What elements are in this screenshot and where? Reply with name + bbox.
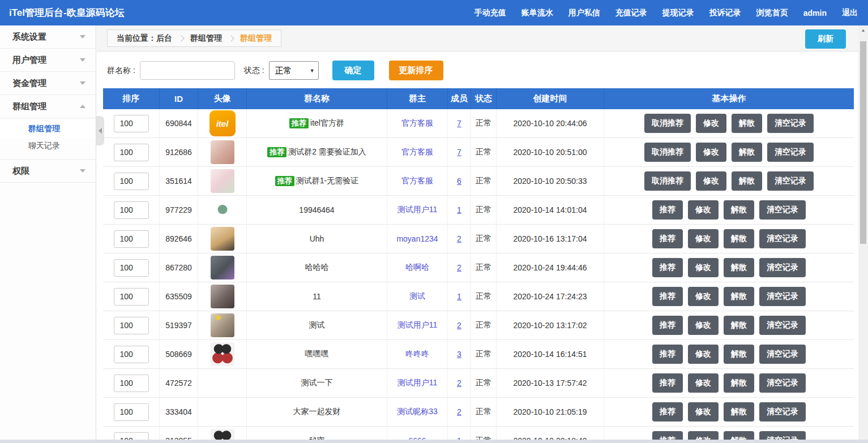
members-link[interactable]: 7 xyxy=(457,148,461,157)
recommend-button[interactable]: 推荐 xyxy=(652,229,683,248)
nav-logout[interactable]: 退出 xyxy=(842,8,858,18)
dissolve-button[interactable]: 解散 xyxy=(732,171,762,191)
dissolve-button[interactable]: 解散 xyxy=(724,373,754,393)
edit-button[interactable]: 修改 xyxy=(688,402,719,422)
horizontal-scrollbar[interactable] xyxy=(0,440,868,443)
recommend-button[interactable]: 推荐 xyxy=(652,258,683,277)
dissolve-button[interactable]: 解散 xyxy=(732,143,762,162)
clear-records-button[interactable]: 清空记录 xyxy=(759,200,806,220)
sidebar-collapse-handle[interactable] xyxy=(96,116,104,145)
sort-input[interactable] xyxy=(114,375,149,392)
dissolve-button[interactable]: 解散 xyxy=(732,114,762,133)
sort-input[interactable] xyxy=(114,173,149,190)
refresh-button[interactable]: 刷新 xyxy=(805,29,846,49)
edit-button[interactable]: 修改 xyxy=(688,258,719,277)
scrollbar-thumb[interactable] xyxy=(860,41,866,244)
nav-complaint-record[interactable]: 投诉记录 xyxy=(709,8,741,18)
sidebar-subitem-group-management[interactable]: 群组管理 xyxy=(0,121,96,137)
members-link[interactable]: 2 xyxy=(457,263,461,272)
group-name-input[interactable] xyxy=(140,61,235,80)
dissolve-button[interactable]: 解散 xyxy=(724,345,754,364)
sidebar-item-system-settings[interactable]: 系统设置 xyxy=(0,25,96,49)
breadcrumb-item[interactable]: 群组管理 xyxy=(190,33,222,44)
edit-button[interactable]: 修改 xyxy=(688,373,719,393)
clear-records-button[interactable]: 清空记录 xyxy=(759,258,806,277)
members-link[interactable]: 6 xyxy=(457,177,461,186)
members-link[interactable]: 2 xyxy=(457,321,461,330)
members-link[interactable]: 1 xyxy=(457,292,461,301)
sidebar-subitem-chat-records[interactable]: 聊天记录 xyxy=(0,137,96,154)
scroll-up-icon[interactable]: ▲ xyxy=(858,25,868,35)
members-link[interactable]: 1 xyxy=(457,205,461,214)
recommend-button[interactable]: 推荐 xyxy=(652,345,683,364)
update-order-button[interactable]: 更新排序 xyxy=(389,61,443,80)
sort-input[interactable] xyxy=(114,230,149,248)
sort-input[interactable] xyxy=(114,346,149,363)
owner-link[interactable]: 官方客服 xyxy=(401,147,433,157)
recommend-button[interactable]: 推荐 xyxy=(652,402,683,422)
nav-withdraw-record[interactable]: 提现记录 xyxy=(662,8,694,18)
owner-link[interactable]: moyan1234 xyxy=(396,234,438,243)
members-link[interactable]: 2 xyxy=(457,234,461,243)
recommend-button[interactable]: 推荐 xyxy=(652,373,683,393)
vertical-scrollbar[interactable]: ▲ xyxy=(858,25,868,440)
clear-records-button[interactable]: 清空记录 xyxy=(759,316,806,335)
cancel-recommend-button[interactable]: 取消推荐 xyxy=(644,171,691,191)
dissolve-button[interactable]: 解散 xyxy=(724,200,754,220)
edit-button[interactable]: 修改 xyxy=(688,345,719,364)
dissolve-button[interactable]: 解散 xyxy=(724,316,754,335)
sort-input[interactable] xyxy=(114,259,149,277)
recommend-button[interactable]: 推荐 xyxy=(652,316,683,335)
confirm-button[interactable]: 确定 xyxy=(332,61,374,80)
sidebar-item-group-management[interactable]: 群组管理 xyxy=(0,95,96,118)
edit-button[interactable]: 修改 xyxy=(688,200,719,220)
nav-recharge-record[interactable]: 充值记录 xyxy=(615,8,647,18)
recommend-button[interactable]: 推荐 xyxy=(652,200,683,220)
edit-button[interactable]: 修改 xyxy=(696,171,726,191)
nav-user-message[interactable]: 用户私信 xyxy=(568,8,600,18)
nav-admin-user[interactable]: admin xyxy=(803,8,827,18)
status-select[interactable]: 正常 xyxy=(269,61,319,80)
owner-link[interactable]: 测试昵称33 xyxy=(397,407,438,417)
edit-button[interactable]: 修改 xyxy=(688,229,719,248)
nav-bill-flow[interactable]: 账单流水 xyxy=(521,8,553,18)
clear-records-button[interactable]: 清空记录 xyxy=(767,114,814,133)
owner-link[interactable]: 哈啊哈 xyxy=(405,263,429,273)
dissolve-button[interactable]: 解散 xyxy=(724,229,754,248)
owner-link[interactable]: 测试 xyxy=(409,291,425,302)
sort-input[interactable] xyxy=(114,201,149,219)
clear-records-button[interactable]: 清空记录 xyxy=(759,345,806,364)
sort-input[interactable] xyxy=(114,317,149,334)
clear-records-button[interactable]: 清空记录 xyxy=(767,171,814,191)
members-link[interactable]: 2 xyxy=(457,379,461,388)
edit-button[interactable]: 修改 xyxy=(688,316,719,335)
owner-link[interactable]: 官方客服 xyxy=(401,176,433,186)
recommend-button[interactable]: 推荐 xyxy=(652,287,683,306)
owner-link[interactable]: 测试用户11 xyxy=(397,205,438,215)
sort-input[interactable] xyxy=(114,403,149,421)
clear-records-button[interactable]: 清空记录 xyxy=(759,402,806,422)
owner-link[interactable]: 官方客服 xyxy=(401,118,433,128)
dissolve-button[interactable]: 解散 xyxy=(724,258,754,277)
sidebar-item-permissions[interactable]: 权限 xyxy=(0,160,96,183)
sidebar-item-funds-management[interactable]: 资金管理 xyxy=(0,72,96,95)
clear-records-button[interactable]: 清空记录 xyxy=(759,373,806,393)
nav-browse-home[interactable]: 浏览首页 xyxy=(756,8,788,18)
sort-input[interactable] xyxy=(114,115,149,132)
sort-input[interactable] xyxy=(114,144,149,161)
clear-records-button[interactable]: 清空记录 xyxy=(759,287,806,306)
members-link[interactable]: 3 xyxy=(457,350,461,359)
clear-records-button[interactable]: 清空记录 xyxy=(759,229,806,248)
owner-link[interactable]: 测试用户11 xyxy=(397,378,438,388)
edit-button[interactable]: 修改 xyxy=(688,287,719,306)
sort-input[interactable] xyxy=(114,288,149,306)
nav-manual-recharge[interactable]: 手动充值 xyxy=(474,8,506,18)
edit-button[interactable]: 修改 xyxy=(696,114,726,133)
dissolve-button[interactable]: 解散 xyxy=(724,287,754,306)
cancel-recommend-button[interactable]: 取消推荐 xyxy=(644,143,691,162)
sidebar-item-user-management[interactable]: 用户管理 xyxy=(0,49,96,72)
members-link[interactable]: 2 xyxy=(457,407,461,416)
edit-button[interactable]: 修改 xyxy=(696,143,726,162)
owner-link[interactable]: 测试用户11 xyxy=(397,320,438,330)
cancel-recommend-button[interactable]: 取消推荐 xyxy=(644,114,691,133)
